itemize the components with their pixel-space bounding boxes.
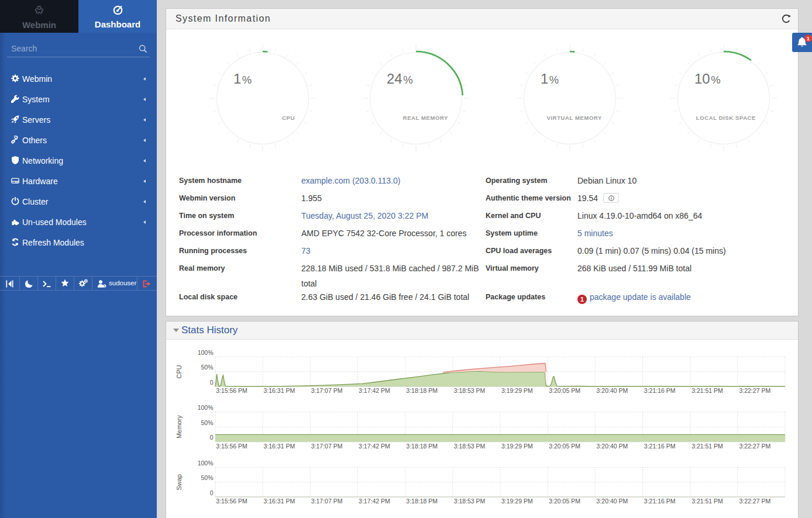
svg-text:3:20:05 PM: 3:20:05 PM — [549, 387, 580, 394]
svg-text:3:21:16 PM: 3:21:16 PM — [644, 498, 676, 505]
svg-text:REAL MEMORY: REAL MEMORY — [403, 115, 448, 121]
svg-text:3:17:42 PM: 3:17:42 PM — [359, 387, 390, 394]
svg-text:24%: 24% — [387, 71, 413, 87]
svg-text:CPU: CPU — [282, 115, 295, 121]
svg-text:Swap: Swap — [176, 474, 183, 491]
svg-text:100%: 100% — [198, 404, 214, 411]
svg-text:3:17:42 PM: 3:17:42 PM — [359, 443, 390, 450]
svg-text:3:16:31 PM: 3:16:31 PM — [263, 443, 295, 450]
svg-text:3:21:51 PM: 3:21:51 PM — [691, 498, 723, 505]
svg-text:10%: 10% — [694, 71, 721, 87]
svg-text:3:20:40 PM: 3:20:40 PM — [597, 387, 628, 394]
svg-text:3:21:16 PM: 3:21:16 PM — [644, 443, 676, 450]
svg-text:3:17:42 PM: 3:17:42 PM — [359, 498, 390, 505]
svg-text:0: 0 — [210, 434, 214, 441]
svg-text:50%: 50% — [201, 419, 213, 426]
svg-text:3:21:16 PM: 3:21:16 PM — [644, 387, 676, 394]
svg-text:3:15:56 PM: 3:15:56 PM — [216, 387, 247, 394]
svg-text:100%: 100% — [198, 460, 214, 467]
svg-text:3:18:53 PM: 3:18:53 PM — [454, 498, 486, 505]
svg-text:0: 0 — [210, 379, 214, 386]
svg-text:3:22:27 PM: 3:22:27 PM — [739, 498, 770, 505]
svg-text:3:22:27 PM: 3:22:27 PM — [739, 443, 770, 450]
svg-text:1%: 1% — [233, 71, 252, 87]
svg-text:100%: 100% — [198, 349, 214, 356]
svg-text:3:20:40 PM: 3:20:40 PM — [597, 443, 628, 450]
svg-text:3:20:05 PM: 3:20:05 PM — [549, 498, 580, 505]
svg-text:3:22:27 PM: 3:22:27 PM — [739, 387, 770, 394]
svg-text:3:15:56 PM: 3:15:56 PM — [216, 498, 247, 505]
svg-text:3:19:29 PM: 3:19:29 PM — [501, 498, 533, 505]
svg-text:3:16:31 PM: 3:16:31 PM — [263, 387, 295, 394]
svg-text:LOCAL DISK SPACE: LOCAL DISK SPACE — [696, 115, 756, 121]
svg-text:3:21:51 PM: 3:21:51 PM — [691, 443, 723, 450]
svg-text:3:17:07 PM: 3:17:07 PM — [311, 387, 343, 394]
svg-text:0: 0 — [210, 489, 214, 496]
svg-text:3:18:18 PM: 3:18:18 PM — [406, 387, 438, 394]
svg-text:3:18:53 PM: 3:18:53 PM — [454, 387, 486, 394]
svg-text:3:15:56 PM: 3:15:56 PM — [216, 443, 247, 450]
svg-text:50%: 50% — [201, 474, 213, 481]
svg-text:VIRTUAL MEMORY: VIRTUAL MEMORY — [547, 115, 602, 121]
svg-text:3:19:29 PM: 3:19:29 PM — [501, 443, 533, 450]
svg-text:3:20:05 PM: 3:20:05 PM — [549, 443, 580, 450]
svg-text:Memory: Memory — [176, 415, 183, 438]
svg-text:3:18:18 PM: 3:18:18 PM — [406, 443, 438, 450]
svg-text:3:20:40 PM: 3:20:40 PM — [597, 498, 628, 505]
svg-text:3:19:29 PM: 3:19:29 PM — [501, 387, 533, 394]
svg-text:3:21:51 PM: 3:21:51 PM — [691, 387, 723, 394]
svg-text:1%: 1% — [541, 71, 559, 87]
svg-text:50%: 50% — [201, 364, 213, 371]
svg-text:CPU: CPU — [176, 365, 183, 378]
svg-text:3:17:07 PM: 3:17:07 PM — [311, 498, 343, 505]
svg-text:3:17:07 PM: 3:17:07 PM — [311, 443, 343, 450]
svg-text:3:18:53 PM: 3:18:53 PM — [454, 443, 486, 450]
svg-text:3:16:31 PM: 3:16:31 PM — [263, 498, 295, 505]
svg-text:3:18:18 PM: 3:18:18 PM — [406, 498, 438, 505]
